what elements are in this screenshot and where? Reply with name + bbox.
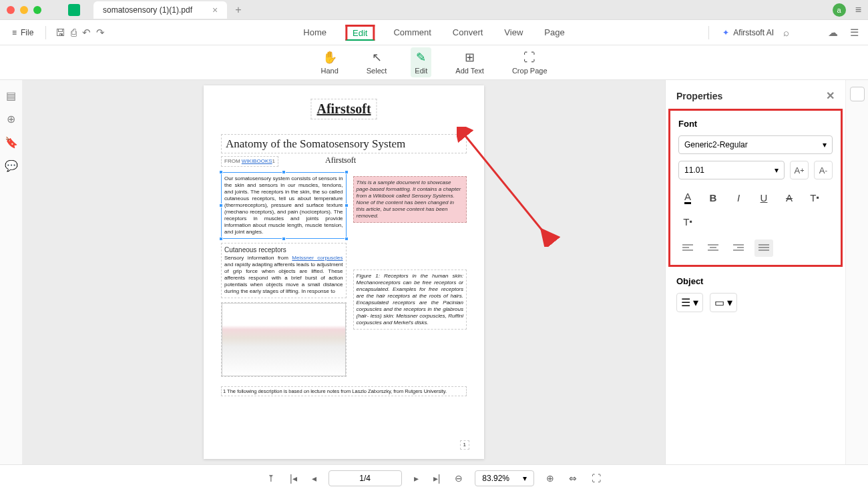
sample-note[interactable]: This is a sample document to showcase pa…: [353, 176, 467, 223]
minimize-window[interactable]: [20, 6, 28, 14]
text-color-button[interactable]: A: [678, 189, 697, 206]
menu-comment[interactable]: Comment: [391, 22, 433, 43]
ai-button[interactable]: ✦ Afirstsoft AI: [722, 28, 774, 37]
main-menu: Home Edit Comment Convert View Page: [300, 22, 567, 43]
user-avatar[interactable]: a: [833, 3, 846, 17]
page-number[interactable]: 1: [460, 440, 469, 450]
menu-home[interactable]: Home: [300, 22, 329, 43]
wikibooks-link[interactable]: WIKIBOOKS: [242, 158, 272, 164]
document-tab[interactable]: somatosensory (1)(1).pdf ×: [93, 1, 227, 19]
font-family-value: Generic2-Regular: [684, 140, 748, 149]
italic-button[interactable]: I: [729, 189, 748, 206]
pdf-page: Afirstsoft Anatomy of the Somatosensory …: [204, 85, 484, 459]
bookmarks-icon[interactable]: 🔖: [5, 136, 18, 149]
doc-title[interactable]: Anatomy of the Somatosensory System: [221, 134, 467, 153]
panel-toggle-icon[interactable]: [850, 87, 865, 101]
menubar: ≡ File 🖫 ⎙ ↶ ↷ Home Edit Comment Convert…: [0, 20, 868, 45]
resize-handle[interactable]: [345, 170, 349, 174]
search-icon[interactable]: ⌕: [781, 24, 792, 41]
resize-handle[interactable]: [282, 237, 286, 241]
close-tab-icon[interactable]: ×: [212, 5, 218, 15]
underline-button[interactable]: U: [754, 189, 773, 206]
menu-page[interactable]: Page: [541, 22, 567, 43]
close-panel-icon[interactable]: ✕: [826, 89, 835, 102]
superscript-button[interactable]: T▪: [805, 189, 824, 206]
maximize-window[interactable]: [33, 6, 41, 14]
menu-edit[interactable]: Edit: [345, 25, 375, 41]
figure-caption[interactable]: Figure 1: Receptors in the human skin: M…: [353, 270, 467, 330]
document-canvas[interactable]: Afirstsoft Anatomy of the Somatosensory …: [23, 80, 665, 464]
zoom-value: 83.92%: [482, 474, 509, 483]
footnote[interactable]: 1 The following description is based on …: [221, 386, 467, 396]
tool-hand-label: Hand: [320, 67, 338, 75]
save-icon[interactable]: 🖫: [53, 24, 68, 41]
zoom-out-icon[interactable]: ⊖: [452, 470, 465, 486]
text-block[interactable]: Cutaneous receptors Sensory information …: [221, 243, 347, 298]
align-objects-dropdown[interactable]: ☰▾: [676, 293, 703, 312]
menu-view[interactable]: View: [501, 22, 525, 43]
increase-font-button[interactable]: A+: [790, 161, 809, 179]
crop-icon: ⛶: [523, 51, 535, 65]
align-right-button[interactable]: [729, 239, 748, 257]
app-menu-icon[interactable]: ≡: [855, 4, 861, 16]
tab-label: somatosensory (1)(1).pdf: [103, 5, 192, 15]
close-window[interactable]: [7, 6, 15, 14]
print-icon[interactable]: ⎙: [68, 24, 79, 41]
scroll-top-icon[interactable]: ⤒: [264, 470, 278, 486]
resize-handle[interactable]: [345, 237, 349, 241]
last-page-icon[interactable]: ▸|: [431, 470, 443, 486]
thumbnails-icon[interactable]: ▤: [6, 89, 16, 102]
resize-handle[interactable]: [219, 170, 223, 174]
align-justify-button[interactable]: [754, 239, 773, 257]
subscript-button[interactable]: T▪: [678, 213, 697, 230]
tool-crop-page[interactable]: ⛶ Crop Page: [508, 48, 552, 77]
chevron-down-icon: ▾: [523, 474, 527, 483]
selected-text-block[interactable]: Our somatosensory system consists of sen…: [221, 172, 347, 239]
properties-panel: Properties ✕ Font Generic2-Regular ▾ 11.…: [665, 80, 845, 464]
comments-icon[interactable]: 💬: [5, 159, 18, 172]
strikethrough-button[interactable]: A: [780, 189, 799, 206]
cloud-icon[interactable]: ☁: [825, 24, 841, 41]
new-tab-button[interactable]: +: [235, 4, 241, 16]
resize-handle[interactable]: [219, 203, 223, 207]
add-page-icon[interactable]: ⊕: [7, 113, 15, 125]
prev-page-icon[interactable]: ◂: [309, 470, 319, 486]
app-logo: [68, 4, 80, 16]
settings-lines-icon[interactable]: ☰: [847, 24, 861, 41]
tool-hand[interactable]: ✋ Hand: [316, 47, 342, 77]
zoom-dropdown[interactable]: 83.92% ▾: [475, 470, 534, 486]
meissner-link[interactable]: Meissner corpuscles: [292, 255, 343, 261]
resize-handle[interactable]: [282, 170, 286, 174]
cursor-icon: ↖: [372, 50, 382, 65]
font-family-dropdown[interactable]: Generic2-Regular ▾: [678, 135, 833, 154]
hamburger-icon: ≡: [12, 28, 17, 37]
align-center-button[interactable]: [704, 239, 722, 257]
font-size-dropdown[interactable]: 11.01 ▾: [678, 161, 785, 179]
tool-add-text[interactable]: ⊞ Add Text: [451, 47, 488, 77]
doc-logo[interactable]: Afirstsoft: [310, 99, 377, 119]
doc-source[interactable]: FROM WIKIBOOKS1: [221, 156, 278, 167]
undo-icon[interactable]: ↶: [79, 24, 93, 41]
doc-logo-2[interactable]: Afirstsoft: [325, 155, 356, 165]
zoom-in-icon[interactable]: ⊕: [544, 470, 557, 486]
page-input[interactable]: [329, 470, 402, 486]
first-page-icon[interactable]: |◂: [287, 470, 300, 486]
chevron-down-icon: ▾: [823, 140, 827, 149]
resize-handle[interactable]: [345, 203, 349, 207]
figure-block[interactable]: [221, 302, 347, 377]
next-page-icon[interactable]: ▸: [411, 470, 421, 486]
body-paragraph: Sensory information from Meissner corpus…: [224, 255, 343, 295]
bold-button[interactable]: B: [704, 189, 722, 206]
decrease-font-button[interactable]: A-: [814, 161, 833, 179]
tool-edit[interactable]: ✎ Edit: [411, 47, 431, 77]
redo-icon[interactable]: ↷: [93, 24, 107, 41]
resize-handle[interactable]: [219, 237, 223, 241]
chevron-down-icon: ▾: [727, 296, 732, 309]
fullscreen-icon[interactable]: ⛶: [589, 470, 604, 486]
file-menu[interactable]: ≡ File: [7, 25, 39, 40]
distribute-objects-dropdown[interactable]: ▭▾: [710, 293, 737, 312]
tool-select[interactable]: ↖ Select: [363, 47, 391, 77]
menu-convert[interactable]: Convert: [450, 22, 486, 43]
align-left-button[interactable]: [678, 239, 697, 257]
fit-width-icon[interactable]: ⇔: [566, 470, 580, 486]
